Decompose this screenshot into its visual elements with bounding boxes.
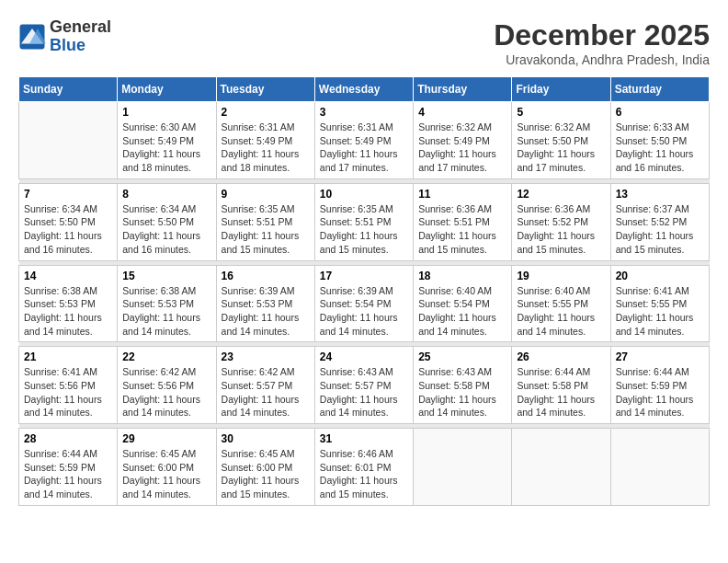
day-info: Sunrise: 6:42 AM Sunset: 5:56 PM Dayligh… [122, 365, 210, 419]
day-info: Sunrise: 6:43 AM Sunset: 5:58 PM Dayligh… [418, 365, 506, 419]
day-number: 1 [122, 106, 210, 119]
day-number: 31 [320, 432, 408, 445]
day-info: Sunrise: 6:35 AM Sunset: 5:51 PM Dayligh… [222, 202, 310, 257]
day-info: Sunrise: 6:39 AM Sunset: 5:53 PM Dayligh… [222, 284, 310, 339]
logo: General Blue [18, 18, 111, 55]
day-info: Sunrise: 6:42 AM Sunset: 5:57 PM Dayligh… [222, 365, 310, 419]
calendar-cell: 20Sunrise: 6:41 AM Sunset: 5:55 PM Dayli… [610, 265, 709, 342]
day-number: 7 [24, 188, 112, 201]
day-info: Sunrise: 6:45 AM Sunset: 6:00 PM Dayligh… [122, 447, 210, 501]
calendar-cell: 25Sunrise: 6:43 AM Sunset: 5:58 PM Dayli… [414, 347, 512, 424]
calendar-cell: 10Sunrise: 6:35 AM Sunset: 5:51 PM Dayli… [314, 183, 413, 260]
day-info: Sunrise: 6:31 AM Sunset: 5:49 PM Dayligh… [320, 121, 408, 175]
calendar-cell: 4Sunrise: 6:32 AM Sunset: 5:49 PM Daylig… [414, 102, 512, 179]
day-number: 23 [222, 350, 310, 363]
day-number: 20 [616, 270, 704, 282]
calendar-cell: 12Sunrise: 6:36 AM Sunset: 5:52 PM Dayli… [512, 183, 610, 260]
calendar-cell [414, 429, 512, 506]
header-day-wednesday: Wednesday [314, 77, 413, 102]
calendar-cell: 7Sunrise: 6:34 AM Sunset: 5:50 PM Daylig… [19, 183, 118, 260]
day-number: 11 [418, 188, 506, 201]
header-row: SundayMondayTuesdayWednesdayThursdayFrid… [19, 77, 710, 102]
title-block: December 2025 Uravakonda, Andhra Pradesh… [494, 18, 710, 67]
day-number: 28 [24, 432, 112, 445]
day-info: Sunrise: 6:41 AM Sunset: 5:55 PM Dayligh… [616, 284, 704, 339]
logo-text: General Blue [50, 18, 111, 55]
week-row-4: 21Sunrise: 6:41 AM Sunset: 5:56 PM Dayli… [19, 347, 710, 424]
day-number: 16 [222, 270, 310, 282]
calendar-table: SundayMondayTuesdayWednesdayThursdayFrid… [18, 76, 710, 506]
calendar-cell: 9Sunrise: 6:35 AM Sunset: 5:51 PM Daylig… [216, 183, 314, 260]
day-info: Sunrise: 6:44 AM Sunset: 5:59 PM Dayligh… [24, 447, 112, 501]
day-number: 3 [320, 106, 408, 119]
day-info: Sunrise: 6:46 AM Sunset: 6:01 PM Dayligh… [320, 447, 408, 501]
calendar-cell: 15Sunrise: 6:38 AM Sunset: 5:53 PM Dayli… [118, 265, 216, 342]
day-number: 30 [222, 432, 310, 445]
calendar-cell [512, 429, 610, 506]
week-row-3: 14Sunrise: 6:38 AM Sunset: 5:53 PM Dayli… [19, 265, 710, 342]
day-number: 2 [222, 106, 310, 119]
calendar-cell: 23Sunrise: 6:42 AM Sunset: 5:57 PM Dayli… [216, 347, 314, 424]
week-row-1: 1Sunrise: 6:30 AM Sunset: 5:49 PM Daylig… [19, 102, 710, 179]
day-number: 27 [616, 350, 704, 363]
calendar-cell: 1Sunrise: 6:30 AM Sunset: 5:49 PM Daylig… [118, 102, 216, 179]
header-day-saturday: Saturday [610, 77, 709, 102]
day-info: Sunrise: 6:38 AM Sunset: 5:53 PM Dayligh… [122, 284, 210, 339]
day-number: 29 [122, 432, 210, 445]
day-number: 19 [517, 270, 605, 282]
logo-line1: General [50, 18, 111, 37]
day-number: 17 [320, 270, 408, 282]
day-number: 22 [122, 350, 210, 363]
day-number: 24 [320, 350, 408, 363]
day-info: Sunrise: 6:32 AM Sunset: 5:50 PM Dayligh… [517, 121, 605, 175]
calendar-cell: 18Sunrise: 6:40 AM Sunset: 5:54 PM Dayli… [414, 265, 512, 342]
location-subtitle: Uravakonda, Andhra Pradesh, India [494, 52, 710, 67]
day-number: 10 [320, 188, 408, 201]
day-number: 9 [222, 188, 310, 201]
day-info: Sunrise: 6:37 AM Sunset: 5:52 PM Dayligh… [616, 202, 704, 257]
day-info: Sunrise: 6:41 AM Sunset: 5:56 PM Dayligh… [24, 365, 112, 419]
calendar-cell: 16Sunrise: 6:39 AM Sunset: 5:53 PM Dayli… [216, 265, 314, 342]
day-number: 15 [122, 270, 210, 282]
day-info: Sunrise: 6:36 AM Sunset: 5:52 PM Dayligh… [517, 202, 605, 257]
day-info: Sunrise: 6:40 AM Sunset: 5:55 PM Dayligh… [517, 284, 605, 339]
day-number: 25 [418, 350, 506, 363]
calendar-cell: 21Sunrise: 6:41 AM Sunset: 5:56 PM Dayli… [19, 347, 118, 424]
day-number: 21 [24, 350, 112, 363]
calendar-cell: 30Sunrise: 6:45 AM Sunset: 6:00 PM Dayli… [216, 429, 314, 506]
day-number: 6 [616, 106, 704, 119]
page-header: General Blue December 2025 Uravakonda, A… [18, 18, 710, 67]
month-title: December 2025 [494, 18, 710, 52]
day-info: Sunrise: 6:44 AM Sunset: 5:59 PM Dayligh… [616, 365, 704, 419]
day-info: Sunrise: 6:34 AM Sunset: 5:50 PM Dayligh… [24, 202, 112, 257]
header-day-tuesday: Tuesday [216, 77, 314, 102]
calendar-cell: 2Sunrise: 6:31 AM Sunset: 5:49 PM Daylig… [216, 102, 314, 179]
logo-line2: Blue [50, 37, 111, 55]
day-number: 8 [122, 188, 210, 201]
day-info: Sunrise: 6:35 AM Sunset: 5:51 PM Dayligh… [320, 202, 408, 257]
day-info: Sunrise: 6:45 AM Sunset: 6:00 PM Dayligh… [222, 447, 310, 501]
calendar-cell [610, 429, 709, 506]
day-info: Sunrise: 6:30 AM Sunset: 5:49 PM Dayligh… [122, 121, 210, 175]
calendar-cell: 31Sunrise: 6:46 AM Sunset: 6:01 PM Dayli… [314, 429, 413, 506]
calendar-cell: 8Sunrise: 6:34 AM Sunset: 5:50 PM Daylig… [118, 183, 216, 260]
day-info: Sunrise: 6:31 AM Sunset: 5:49 PM Dayligh… [222, 121, 310, 175]
day-info: Sunrise: 6:36 AM Sunset: 5:51 PM Dayligh… [418, 202, 506, 257]
calendar-cell: 3Sunrise: 6:31 AM Sunset: 5:49 PM Daylig… [314, 102, 413, 179]
day-info: Sunrise: 6:32 AM Sunset: 5:49 PM Dayligh… [418, 121, 506, 175]
week-row-5: 28Sunrise: 6:44 AM Sunset: 5:59 PM Dayli… [19, 429, 710, 506]
calendar-cell: 6Sunrise: 6:33 AM Sunset: 5:50 PM Daylig… [610, 102, 709, 179]
day-info: Sunrise: 6:39 AM Sunset: 5:54 PM Dayligh… [320, 284, 408, 339]
calendar-cell: 24Sunrise: 6:43 AM Sunset: 5:57 PM Dayli… [314, 347, 413, 424]
calendar-cell: 27Sunrise: 6:44 AM Sunset: 5:59 PM Dayli… [610, 347, 709, 424]
week-row-2: 7Sunrise: 6:34 AM Sunset: 5:50 PM Daylig… [19, 183, 710, 260]
calendar-cell: 19Sunrise: 6:40 AM Sunset: 5:55 PM Dayli… [512, 265, 610, 342]
day-number: 12 [517, 188, 605, 201]
day-number: 13 [616, 188, 704, 201]
day-info: Sunrise: 6:44 AM Sunset: 5:58 PM Dayligh… [517, 365, 605, 419]
calendar-cell: 28Sunrise: 6:44 AM Sunset: 5:59 PM Dayli… [19, 429, 118, 506]
day-number: 5 [517, 106, 605, 119]
day-info: Sunrise: 6:38 AM Sunset: 5:53 PM Dayligh… [24, 284, 112, 339]
day-info: Sunrise: 6:34 AM Sunset: 5:50 PM Dayligh… [122, 202, 210, 257]
calendar-cell: 14Sunrise: 6:38 AM Sunset: 5:53 PM Dayli… [19, 265, 118, 342]
